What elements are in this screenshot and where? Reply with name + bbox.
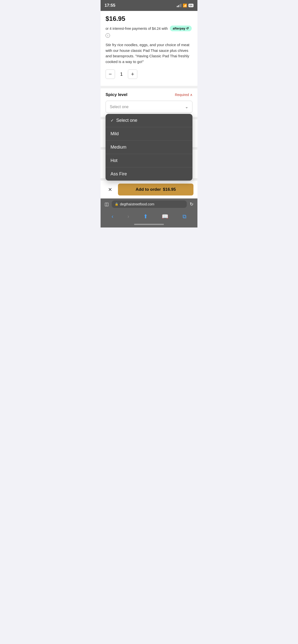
dropdown-item-medium[interactable]: Medium xyxy=(106,141,192,154)
add-to-order-label: Add to order xyxy=(136,187,161,192)
bookmarks-button[interactable]: 📖 xyxy=(159,212,171,221)
section-divider-1 xyxy=(101,86,197,88)
bottom-navigation: ‹ › ⬆︎ 📖 ⧉ xyxy=(101,210,197,222)
spicy-dropdown-trigger[interactable]: Select one ⌄ xyxy=(106,101,192,113)
home-indicator-bar xyxy=(101,222,197,228)
afterpay-badge[interactable]: afterpay ↺ xyxy=(170,26,192,31)
spicy-dropdown-menu: ✓ Select one Mild Medium Hot Ass Fire xyxy=(106,114,192,180)
browser-tabs-icon[interactable]: ◫ xyxy=(104,200,110,208)
signal-icon xyxy=(177,4,181,7)
dropdown-item-hot[interactable]: Hot xyxy=(106,154,192,168)
dropdown-item-mild[interactable]: Mild xyxy=(106,127,192,141)
afterpay-line: or 4 interest-free payments of $4.24 wit… xyxy=(106,26,192,38)
browser-bar: ◫ 🔒 degthaistreetfood.com ↻ xyxy=(101,198,197,210)
dropdown-item-select-one[interactable]: ✓ Select one xyxy=(106,114,192,127)
add-to-order-price: $16.95 xyxy=(163,187,176,192)
status-time: 17:55 xyxy=(105,3,115,8)
url-bar[interactable]: 🔒 degthaistreetfood.com xyxy=(112,200,187,208)
spicy-dropdown-placeholder: Select one xyxy=(110,105,129,109)
product-detail-content: $16.95 or 4 interest-free payments of $4… xyxy=(101,11,197,86)
wifi-icon: 📶 xyxy=(183,4,187,8)
spicy-required-badge: Required ∧ xyxy=(175,93,192,97)
dropdown-item-ass-fire[interactable]: Ass Fire xyxy=(106,168,192,180)
increment-button[interactable]: + xyxy=(128,70,137,79)
lock-icon: 🔒 xyxy=(115,202,118,206)
quantity-row: − 1 + xyxy=(106,70,192,79)
share-button[interactable]: ⬆︎ xyxy=(141,212,150,221)
add-to-order-button[interactable]: Add to order $16.95 xyxy=(118,184,193,196)
status-bar: 17:55 📶 64 xyxy=(101,0,197,11)
reload-button[interactable]: ↻ xyxy=(189,200,194,208)
afterpay-info-icon[interactable]: i xyxy=(106,33,110,38)
back-button[interactable]: ‹ xyxy=(109,212,116,221)
afterpay-text: or 4 interest-free payments of $4.24 wit… xyxy=(106,26,168,30)
url-text: degthaistreetfood.com xyxy=(120,202,154,206)
product-price: $16.95 xyxy=(106,15,192,22)
decrement-button[interactable]: − xyxy=(106,70,115,79)
chevron-down-icon: ⌄ xyxy=(185,104,188,109)
home-bar xyxy=(134,224,164,225)
check-icon: ✓ xyxy=(111,118,114,123)
product-description: Stir fry rice noodles, eggs, and your ch… xyxy=(106,42,192,64)
tabs-button[interactable]: ⧉ xyxy=(180,212,189,221)
bottom-action-bar: ✕ Add to order $16.95 xyxy=(101,180,197,198)
quantity-value: 1 xyxy=(119,72,124,77)
forward-button[interactable]: › xyxy=(125,212,132,221)
close-button[interactable]: ✕ xyxy=(105,184,116,195)
spicy-level-section: Spicy level Required ∧ Select one ⌄ ✓ Se… xyxy=(101,88,197,117)
status-icons: 📶 64 xyxy=(177,4,193,8)
battery-indicator: 64 xyxy=(188,4,193,7)
spicy-section-title: Spicy level xyxy=(106,92,127,97)
spicy-level-dropdown: Select one ⌄ ✓ Select one Mild Medium Ho… xyxy=(106,101,192,113)
spicy-section-header: Spicy level Required ∧ xyxy=(106,92,192,97)
